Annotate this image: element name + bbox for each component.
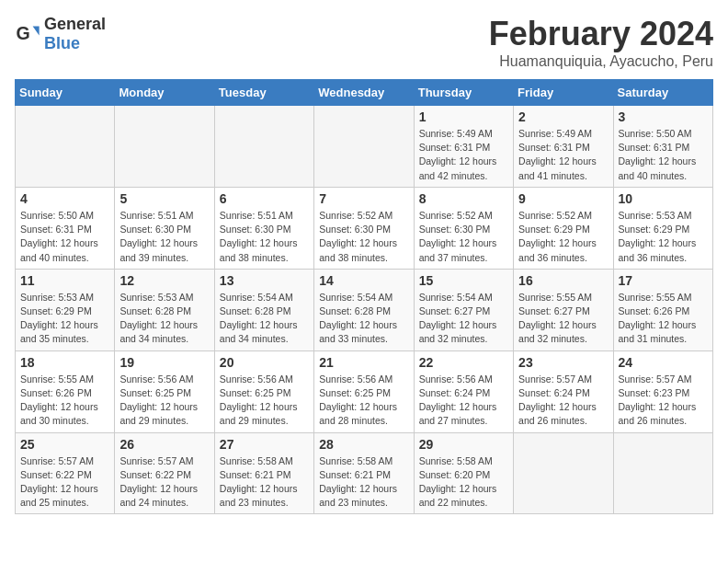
calendar-cell xyxy=(514,432,613,514)
day-info: Sunrise: 5:58 AMSunset: 6:20 PMDaylight:… xyxy=(419,454,508,511)
day-info: Sunrise: 5:53 AMSunset: 6:28 PMDaylight:… xyxy=(119,291,209,347)
title-block: February 2024 Huamanquiquia, Ayacucho, P… xyxy=(489,15,713,70)
day-number: 2 xyxy=(518,109,608,124)
day-info: Sunrise: 5:51 AMSunset: 6:30 PMDaylight:… xyxy=(220,209,309,265)
calendar-week-row: 1Sunrise: 5:49 AMSunset: 6:31 PMDaylight… xyxy=(16,106,713,188)
day-info: Sunrise: 5:53 AMSunset: 6:29 PMDaylight:… xyxy=(619,209,708,265)
calendar-cell: 29Sunrise: 5:58 AMSunset: 6:20 PMDayligh… xyxy=(414,432,513,514)
logo-blue-text: Blue xyxy=(44,34,80,52)
calendar-cell: 6Sunrise: 5:51 AMSunset: 6:30 PMDaylight… xyxy=(214,187,313,269)
day-number: 26 xyxy=(119,437,209,452)
day-number: 28 xyxy=(319,437,408,452)
day-number: 27 xyxy=(220,437,309,452)
calendar-title: February 2024 xyxy=(489,15,713,53)
day-info: Sunrise: 5:54 AMSunset: 6:28 PMDaylight:… xyxy=(319,291,408,347)
day-number: 9 xyxy=(518,191,608,206)
day-number: 11 xyxy=(20,273,109,288)
day-info: Sunrise: 5:55 AMSunset: 6:26 PMDaylight:… xyxy=(619,291,708,347)
calendar-cell: 3Sunrise: 5:50 AMSunset: 6:31 PMDaylight… xyxy=(613,106,712,188)
day-number: 20 xyxy=(220,355,309,370)
calendar-cell: 24Sunrise: 5:57 AMSunset: 6:23 PMDayligh… xyxy=(613,350,712,432)
day-info: Sunrise: 5:58 AMSunset: 6:21 PMDaylight:… xyxy=(220,454,309,511)
calendar-cell xyxy=(314,106,414,188)
day-info: Sunrise: 5:54 AMSunset: 6:28 PMDaylight:… xyxy=(220,291,309,347)
calendar-cell: 21Sunrise: 5:56 AMSunset: 6:25 PMDayligh… xyxy=(314,350,414,432)
day-info: Sunrise: 5:50 AMSunset: 6:31 PMDaylight:… xyxy=(20,209,109,265)
weekday-header: Monday xyxy=(115,80,214,106)
day-number: 1 xyxy=(419,109,508,124)
weekday-header: Tuesday xyxy=(214,80,313,106)
calendar-week-row: 4Sunrise: 5:50 AMSunset: 6:31 PMDaylight… xyxy=(16,187,713,269)
day-number: 7 xyxy=(319,191,408,206)
calendar-cell: 12Sunrise: 5:53 AMSunset: 6:28 PMDayligh… xyxy=(115,269,214,350)
day-number: 16 xyxy=(518,273,608,288)
calendar-table: SundayMondayTuesdayWednesdayThursdayFrid… xyxy=(15,79,713,514)
day-info: Sunrise: 5:57 AMSunset: 6:24 PMDaylight:… xyxy=(518,373,608,429)
calendar-cell: 14Sunrise: 5:54 AMSunset: 6:28 PMDayligh… xyxy=(314,269,414,350)
calendar-cell: 7Sunrise: 5:52 AMSunset: 6:30 PMDaylight… xyxy=(314,187,414,269)
day-number: 13 xyxy=(220,273,309,288)
logo: G General Blue xyxy=(15,15,106,53)
day-number: 10 xyxy=(619,191,708,206)
page-header: G General Blue February 2024 Huamanquiqu… xyxy=(15,15,713,70)
day-number: 6 xyxy=(220,191,309,206)
calendar-cell: 17Sunrise: 5:55 AMSunset: 6:26 PMDayligh… xyxy=(613,269,712,350)
calendar-week-row: 25Sunrise: 5:57 AMSunset: 6:22 PMDayligh… xyxy=(16,432,713,514)
calendar-cell: 10Sunrise: 5:53 AMSunset: 6:29 PMDayligh… xyxy=(613,187,712,269)
weekday-header: Thursday xyxy=(414,80,513,106)
day-info: Sunrise: 5:57 AMSunset: 6:22 PMDaylight:… xyxy=(119,454,209,511)
day-number: 24 xyxy=(619,355,708,370)
calendar-cell: 26Sunrise: 5:57 AMSunset: 6:22 PMDayligh… xyxy=(115,432,214,514)
day-info: Sunrise: 5:52 AMSunset: 6:30 PMDaylight:… xyxy=(319,209,408,265)
day-number: 4 xyxy=(20,191,109,206)
calendar-cell: 20Sunrise: 5:56 AMSunset: 6:25 PMDayligh… xyxy=(214,350,313,432)
day-info: Sunrise: 5:52 AMSunset: 6:29 PMDaylight:… xyxy=(518,209,608,265)
day-number: 5 xyxy=(119,191,209,206)
day-info: Sunrise: 5:49 AMSunset: 6:31 PMDaylight:… xyxy=(419,127,508,183)
day-info: Sunrise: 5:50 AMSunset: 6:31 PMDaylight:… xyxy=(619,127,708,183)
calendar-cell: 5Sunrise: 5:51 AMSunset: 6:30 PMDaylight… xyxy=(115,187,214,269)
day-number: 19 xyxy=(119,355,209,370)
calendar-cell: 9Sunrise: 5:52 AMSunset: 6:29 PMDaylight… xyxy=(514,187,613,269)
day-info: Sunrise: 5:56 AMSunset: 6:25 PMDaylight:… xyxy=(319,373,408,429)
day-info: Sunrise: 5:58 AMSunset: 6:21 PMDaylight:… xyxy=(319,454,408,511)
calendar-cell: 4Sunrise: 5:50 AMSunset: 6:31 PMDaylight… xyxy=(16,187,115,269)
day-info: Sunrise: 5:55 AMSunset: 6:26 PMDaylight:… xyxy=(20,373,109,429)
calendar-cell: 11Sunrise: 5:53 AMSunset: 6:29 PMDayligh… xyxy=(16,269,115,350)
day-info: Sunrise: 5:56 AMSunset: 6:25 PMDaylight:… xyxy=(119,373,209,429)
day-number: 25 xyxy=(20,437,109,452)
day-number: 14 xyxy=(319,273,408,288)
day-number: 3 xyxy=(619,109,708,124)
calendar-cell xyxy=(613,432,712,514)
calendar-cell: 18Sunrise: 5:55 AMSunset: 6:26 PMDayligh… xyxy=(16,350,115,432)
day-info: Sunrise: 5:57 AMSunset: 6:22 PMDaylight:… xyxy=(20,454,109,511)
calendar-cell: 22Sunrise: 5:56 AMSunset: 6:24 PMDayligh… xyxy=(414,350,513,432)
calendar-week-row: 18Sunrise: 5:55 AMSunset: 6:26 PMDayligh… xyxy=(16,350,713,432)
day-number: 17 xyxy=(619,273,708,288)
calendar-cell xyxy=(214,106,313,188)
calendar-cell: 13Sunrise: 5:54 AMSunset: 6:28 PMDayligh… xyxy=(214,269,313,350)
day-info: Sunrise: 5:57 AMSunset: 6:23 PMDaylight:… xyxy=(619,373,708,429)
weekday-header: Wednesday xyxy=(314,80,414,106)
svg-marker-1 xyxy=(33,27,40,36)
logo-icon: G xyxy=(15,21,40,47)
calendar-cell: 28Sunrise: 5:58 AMSunset: 6:21 PMDayligh… xyxy=(314,432,414,514)
day-info: Sunrise: 5:54 AMSunset: 6:27 PMDaylight:… xyxy=(419,291,508,347)
calendar-subtitle: Huamanquiquia, Ayacucho, Peru xyxy=(489,53,713,70)
logo-general-text: General xyxy=(44,15,106,33)
day-info: Sunrise: 5:53 AMSunset: 6:29 PMDaylight:… xyxy=(20,291,109,347)
calendar-cell: 15Sunrise: 5:54 AMSunset: 6:27 PMDayligh… xyxy=(414,269,513,350)
calendar-cell: 16Sunrise: 5:55 AMSunset: 6:27 PMDayligh… xyxy=(514,269,613,350)
weekday-header: Sunday xyxy=(16,80,115,106)
calendar-header: SundayMondayTuesdayWednesdayThursdayFrid… xyxy=(16,80,713,106)
calendar-cell xyxy=(16,106,115,188)
calendar-cell: 2Sunrise: 5:49 AMSunset: 6:31 PMDaylight… xyxy=(514,106,613,188)
day-info: Sunrise: 5:49 AMSunset: 6:31 PMDaylight:… xyxy=(518,127,608,183)
day-number: 12 xyxy=(119,273,209,288)
calendar-cell: 23Sunrise: 5:57 AMSunset: 6:24 PMDayligh… xyxy=(514,350,613,432)
day-info: Sunrise: 5:56 AMSunset: 6:25 PMDaylight:… xyxy=(220,373,309,429)
calendar-cell: 25Sunrise: 5:57 AMSunset: 6:22 PMDayligh… xyxy=(16,432,115,514)
day-info: Sunrise: 5:52 AMSunset: 6:30 PMDaylight:… xyxy=(419,209,508,265)
calendar-cell xyxy=(115,106,214,188)
calendar-cell: 27Sunrise: 5:58 AMSunset: 6:21 PMDayligh… xyxy=(214,432,313,514)
